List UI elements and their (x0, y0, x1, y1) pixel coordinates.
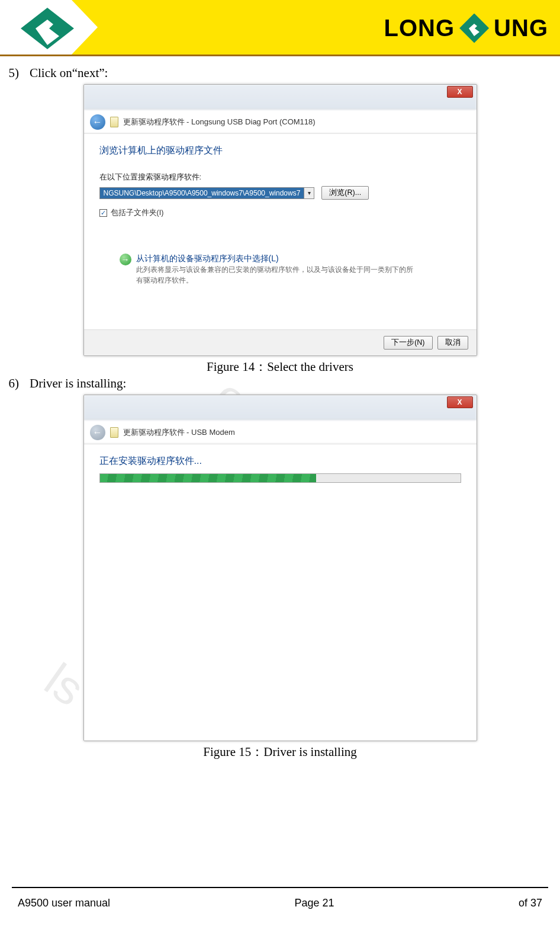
include-subfolders-label: 包括子文件夹(I) (111, 208, 164, 218)
include-subfolders-checkbox[interactable]: ✓ (99, 209, 107, 217)
close-button[interactable]: X (447, 396, 473, 408)
back-button[interactable]: ← (90, 114, 105, 130)
dialog-select-drivers: X ← 更新驱动程序软件 - Longsung USB Diag Port (C… (83, 84, 477, 356)
path-input[interactable]: NGSUNG\Desktop\A9500\A9500_windows7\A950… (99, 187, 304, 199)
back-arrow-icon: ← (93, 117, 102, 127)
dialog-glass-header (84, 395, 477, 420)
pick-list-title: 从计算机的设备驱动程序列表中选择(L) (136, 254, 414, 264)
back-arrow-icon: ← (93, 427, 102, 438)
step-6-number: 6) (5, 376, 19, 391)
path-row: NGSUNG\Desktop\A9500\A9500_windows7\A950… (99, 186, 461, 200)
next-button[interactable]: 下一步(N) (384, 336, 432, 350)
dialog-title-bar: ← 更新驱动程序软件 - USB Modem (84, 420, 477, 443)
page-header: LONG UNG (0, 0, 560, 56)
pick-from-list-option[interactable]: → 从计算机的设备驱动程序列表中选择(L) 此列表将显示与该设备兼容的已安装的驱… (99, 254, 461, 286)
device-icon (110, 427, 118, 438)
brand-text-left: LONG (384, 15, 455, 41)
include-subfolders-row: ✓ 包括子文件夹(I) (99, 208, 461, 218)
dialog-title: 更新驱动程序软件 - USB Modem (123, 427, 235, 438)
chevron-down-icon: ▾ (308, 190, 311, 196)
brand-text-right: UNG (494, 15, 548, 41)
pick-list-description: 此列表将显示与该设备兼容的已安装的驱动程序软件，以及与该设备处于同一类别下的所有… (136, 264, 414, 286)
page-content: 5) Click on“next”: X ← 更新驱动程序软件 - Longsu… (0, 56, 560, 760)
brand-wordmark: LONG UNG (384, 0, 548, 56)
step-5-text: Click on“next”: (30, 66, 108, 81)
footer-rule (12, 887, 548, 888)
step-6-text: Driver is installing: (30, 376, 126, 391)
dialog-body: 浏览计算机上的驱动程序文件 在以下位置搜索驱动程序软件: NGSUNG\Desk… (84, 134, 477, 329)
dialog-installing: X ← 更新驱动程序软件 - USB Modem 正在安装驱动程序软件... (83, 395, 477, 741)
footer-page-num: Page 21 (295, 897, 334, 909)
dialog-heading: 浏览计算机上的驱动程序文件 (99, 145, 461, 157)
dialog-title: 更新驱动程序软件 - Longsung USB Diag Port (COM11… (123, 117, 316, 127)
search-label: 在以下位置搜索驱动程序软件: (99, 172, 461, 182)
cancel-button[interactable]: 取消 (437, 336, 468, 350)
step-6-line: 6) Driver is installing: (0, 376, 560, 391)
longsung-logo-icon (21, 8, 92, 49)
arrow-right-icon: → (120, 254, 131, 265)
check-icon: ✓ (101, 209, 106, 217)
progress-fill (100, 474, 316, 482)
figure-14-caption: Figure 14：Select the drivers (0, 358, 560, 375)
browse-button[interactable]: 浏览(R)... (321, 186, 369, 200)
progress-wrap (99, 473, 461, 483)
dialog-footer: 下一步(N) 取消 (84, 329, 477, 355)
device-icon (110, 117, 118, 127)
path-dropdown-button[interactable]: ▾ (304, 187, 314, 199)
progress-bar (99, 473, 461, 483)
page-footer: A9500 user manual Page 21 of 37 (18, 897, 542, 909)
step-5-number: 5) (5, 66, 19, 81)
dialog-glass-header (84, 85, 477, 110)
dialog-title-bar: ← 更新驱动程序软件 - Longsung USB Diag Port (COM… (84, 110, 477, 132)
path-combo[interactable]: NGSUNG\Desktop\A9500\A9500_windows7\A950… (99, 187, 315, 199)
logo-left (0, 0, 112, 56)
brand-diamond-icon (459, 14, 489, 43)
figure-15-caption: Figure 15：Driver is installing (0, 744, 560, 760)
dialog-heading: 正在安装驱动程序软件... (99, 455, 461, 467)
back-button-disabled: ← (90, 425, 105, 440)
step-5-line: 5) Click on“next”: (0, 66, 560, 81)
dialog-body: 正在安装驱动程序软件... (84, 444, 477, 741)
footer-page-total: of 37 (519, 897, 542, 909)
close-button[interactable]: X (447, 86, 473, 98)
footer-doc-name: A9500 user manual (18, 897, 110, 909)
